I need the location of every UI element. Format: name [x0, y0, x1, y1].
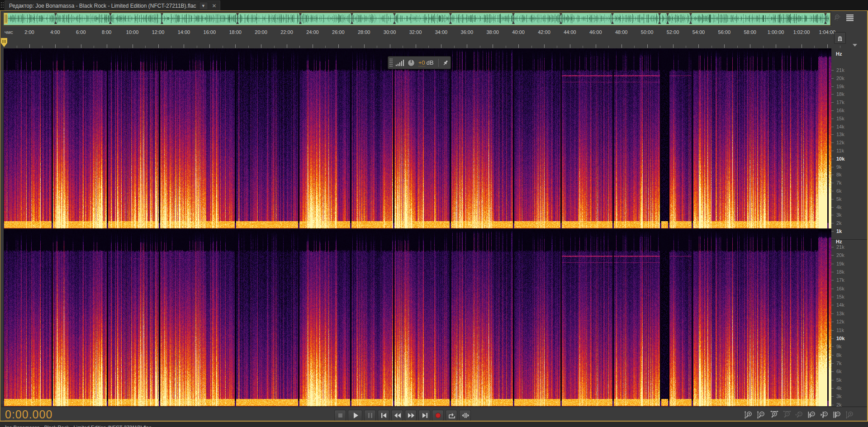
freq-tick	[831, 223, 834, 223]
freq-tick-label: 16k	[836, 108, 844, 113]
pause-button[interactable]	[364, 410, 376, 421]
panel-frame-top	[0, 10, 868, 11]
stop-button[interactable]	[334, 410, 346, 421]
spectral-display[interactable]	[4, 48, 831, 406]
editor-file-tab[interactable]: Редактор: Joe Bonamassa - Black Rock - L…	[5, 0, 220, 10]
zoom-to-in-point-button[interactable]	[807, 410, 817, 420]
zoutpoint-icon	[820, 410, 830, 420]
zfull-v-icon	[845, 410, 855, 420]
overview-waveform[interactable]	[4, 13, 829, 24]
ruler-time-label: 36:00	[461, 29, 474, 35]
status-text: Joe Bonamassa - Black Rock - Limited Edi…	[4, 425, 152, 427]
pin-icon[interactable]	[442, 59, 449, 66]
zoom-reset-button[interactable]	[794, 410, 805, 420]
waveform-overview-strip[interactable]	[4, 13, 830, 25]
freq-tick	[831, 78, 834, 79]
stop-icon	[336, 411, 345, 420]
freq-tick	[831, 322, 834, 322]
bottom-toolbar: 0:00.000	[1, 407, 868, 421]
freq-tick-label: 9k	[836, 344, 842, 349]
ruler-time-label: 14:00	[178, 29, 190, 35]
zin-h-icon	[769, 410, 779, 420]
record-icon	[433, 411, 443, 420]
play-icon	[351, 411, 360, 420]
spectrogram-right-channel[interactable]	[4, 229, 831, 406]
panel-grip-icon[interactable]	[0, 2, 4, 9]
freq-tick-label: 11k	[836, 148, 844, 153]
volume-hud[interactable]: +0 dB	[388, 56, 451, 69]
freq-tick-label: 6k	[836, 369, 842, 374]
frequency-scale[interactable]: Hz Hz 21k20k19k18k17k16k15k14k13k12k11k1…	[831, 48, 868, 406]
time-display[interactable]: 0:00.000	[5, 408, 52, 421]
ruler-time-label: 1:04:00	[819, 29, 836, 35]
scale-menu-arrow-icon[interactable]	[853, 44, 857, 47]
freq-tick	[831, 183, 834, 183]
zout-v-icon	[757, 410, 766, 420]
freq-tick	[831, 127, 834, 127]
play-button[interactable]	[348, 410, 362, 421]
ruler-time-label: 16:00	[204, 29, 216, 35]
freq-tick	[831, 264, 834, 264]
zoom-out-horizontal-button[interactable]	[782, 410, 792, 420]
fast-forward-button[interactable]	[405, 410, 417, 421]
skip-to-end-button[interactable]	[418, 410, 430, 421]
skipstart-icon	[379, 411, 389, 420]
scale-divider	[831, 239, 868, 240]
ruler-time-label: 1:02:00	[793, 29, 810, 35]
zoom-in-horizontal-button[interactable]	[769, 410, 779, 420]
close-icon[interactable]: ✕	[211, 2, 218, 9]
freq-tick-label: 8k	[836, 352, 842, 358]
zoom-to-selection-button[interactable]	[832, 410, 843, 420]
audition-editor-window: Редактор: Joe Bonamassa - Black Rock - L…	[0, 0, 868, 427]
skipsel-icon	[460, 411, 470, 420]
panel-menu-icon[interactable]	[846, 14, 854, 21]
ruler-time-label: 58:00	[744, 29, 756, 35]
freq-tick	[831, 151, 834, 151]
gain-value[interactable]: +0	[418, 59, 425, 66]
ruler-time-label: 50:00	[641, 29, 654, 35]
ruler-time-label: 26:00	[332, 29, 345, 35]
freq-tick-label: 12k	[836, 319, 844, 324]
ruler-time-label: 48:00	[615, 29, 628, 35]
skip-selection-button[interactable]	[459, 410, 471, 421]
freq-tick	[831, 371, 834, 372]
ruler-time-label: 4:00	[50, 29, 60, 35]
freq-tick-label: 16k	[836, 286, 844, 291]
snap-magnet-button[interactable]	[834, 32, 846, 44]
freq-tick	[831, 380, 834, 380]
zoom-full-vertical-button[interactable]	[845, 410, 855, 420]
ruler-time-label: 46:00	[589, 29, 602, 35]
zoom-out-vertical-button[interactable]	[756, 410, 767, 420]
rewind-button[interactable]	[391, 410, 403, 421]
freq-tick-label: 21k	[836, 67, 844, 73]
ruler-time-label: 22:00	[280, 29, 293, 35]
freq-tick	[831, 363, 834, 364]
hud-grip-icon[interactable]	[389, 58, 393, 67]
pause-icon	[365, 411, 375, 420]
freq-tick	[831, 313, 834, 314]
hud-separator	[438, 59, 439, 67]
loop-icon	[447, 411, 456, 420]
volume-knob[interactable]	[407, 58, 416, 67]
freq-tick-label: 3k	[836, 212, 842, 218]
freq-tick	[831, 134, 834, 135]
transport-controls	[334, 410, 471, 421]
freq-tick-label: 6k	[836, 188, 842, 194]
record-button[interactable]	[432, 410, 444, 421]
chevron-down-icon[interactable]: ▼	[199, 2, 208, 10]
freq-tick-label: 7k	[836, 180, 842, 185]
freq-tick	[831, 86, 834, 87]
timeline-ruler[interactable]: чмс 2:004:006:008:0010:0012:0014:0016:00…	[4, 26, 831, 48]
zoom-out-full-icon[interactable]	[834, 14, 842, 21]
zoom-in-vertical-button[interactable]	[744, 410, 754, 420]
freq-tick-label: 17k	[836, 100, 844, 105]
loop-playback-button[interactable]	[446, 410, 457, 421]
freq-tick-label: 20k	[836, 252, 844, 258]
spectrogram-left-channel[interactable]	[4, 48, 831, 228]
skip-to-start-button[interactable]	[378, 410, 389, 421]
zoom-to-out-point-button[interactable]	[820, 410, 830, 420]
ruler-time-label: 2:00	[24, 29, 34, 35]
rewind-icon	[393, 411, 402, 420]
freq-tick-label: 12k	[836, 140, 844, 145]
zreset-icon	[795, 410, 804, 420]
